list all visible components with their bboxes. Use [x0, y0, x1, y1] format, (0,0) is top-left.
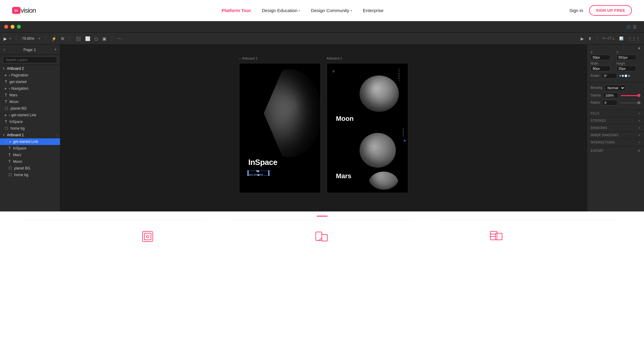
home-bg-layer-ab2[interactable]: ☐ home bg	[0, 125, 60, 132]
rp-strokes-header[interactable]: STROKES +	[587, 117, 644, 124]
feature-inspect	[466, 229, 527, 246]
moon-layer-ab2[interactable]: T Moon	[0, 98, 60, 105]
mars-layer-ab2[interactable]: T Mars	[0, 92, 60, 98]
zoom-level[interactable]: 79.85%	[22, 37, 34, 41]
artboard1-layer[interactable]: ▼ Artboard 1 ⌂	[0, 132, 60, 138]
rp-x-input[interactable]	[591, 55, 610, 60]
settings-gear-icon[interactable]: ⚙	[61, 36, 65, 41]
rp-height-input[interactable]	[617, 66, 636, 71]
home-bg-img-icon-ab1: ☐	[8, 173, 12, 177]
rp-rotate-input[interactable]	[602, 73, 617, 79]
planet-bg-layer-ab2[interactable]: ☐ planet BG	[0, 105, 60, 112]
minimize-window-button[interactable]	[11, 25, 14, 29]
grid-icon[interactable]: ⋮⋮⋮	[628, 36, 640, 41]
layers-panel-icon[interactable]: ⬡	[627, 24, 630, 29]
ab2-planet3-sphere	[369, 166, 399, 190]
moon-text-icon-ab1: T	[8, 159, 11, 164]
component-icon[interactable]: ⬜	[85, 36, 90, 41]
sidebar-add-icon[interactable]: +	[54, 47, 56, 52]
mars-layer-ab1[interactable]: T Mars	[0, 152, 60, 158]
inspace-layer-ab2[interactable]: T InSpace	[0, 118, 60, 125]
rp-shadows-header[interactable]: SHADOWS +	[587, 124, 644, 132]
bottom-dividers	[24, 220, 620, 220]
fullscreen-window-button[interactable]	[17, 25, 21, 29]
get-started-link-layer-ab1[interactable]: ▼ ▪ get-started Link	[0, 138, 60, 145]
moon-label-ab1: Moon	[13, 159, 22, 164]
upload-icon[interactable]: ⬆	[588, 36, 592, 41]
arrange-tool-icon[interactable]: ⬛	[76, 36, 81, 41]
rp-inner-shadows-add-icon[interactable]: +	[639, 134, 640, 137]
nav-design-community[interactable]: Design Community ▾	[311, 8, 352, 13]
rp-interactions-header[interactable]: INTERACTIONS +	[587, 139, 644, 146]
artboard1-frame[interactable]: InSpace GET STARTED ↖	[239, 63, 321, 193]
get-started-link-folder-icon-ab2: ▪	[9, 113, 10, 117]
close-window-button[interactable]	[4, 25, 8, 29]
rp-y-input[interactable]	[617, 55, 636, 60]
nav-enterprise[interactable]: Enterprise	[363, 8, 383, 13]
home-bg-layer-ab1[interactable]: ☐ home bg	[0, 172, 60, 178]
logo[interactable]: in vision	[12, 7, 36, 14]
chart-icon[interactable]: 📊	[619, 37, 623, 40]
rp-radius-input[interactable]	[602, 100, 617, 105]
pages-icon[interactable]: ☰	[633, 24, 637, 29]
rp-strokes-label: STROKES	[591, 119, 606, 122]
sign-up-button[interactable]: SIGN UP FREE	[589, 5, 632, 16]
artboard2-frame[interactable]: ≡ STARRT Moon Mars	[327, 63, 408, 193]
inspace-layer-ab1[interactable]: T InSpace	[0, 145, 60, 152]
artboard1-home-icon: ⌂	[56, 134, 58, 137]
rp-shadows-add-icon[interactable]: +	[639, 126, 640, 130]
get-started-selection[interactable]: GET STARTED	[248, 171, 269, 175]
get-started-text-layer[interactable]: T get started	[0, 79, 60, 85]
lightning-icon[interactable]: ⚡	[51, 36, 56, 41]
artboard1-label: Artboard 1	[7, 133, 24, 137]
rp-strokes-add-icon[interactable]: +	[639, 119, 640, 122]
align-tools[interactable]: ⊢⊣⊤⊥	[603, 37, 615, 40]
rp-y-label: Y	[617, 51, 641, 54]
svg-rect-6	[490, 231, 497, 240]
sign-in-link[interactable]: Sign in	[569, 8, 583, 13]
select-tool-icon[interactable]: ▶	[4, 36, 7, 41]
play-button[interactable]: ▶	[581, 36, 584, 41]
bottom-section	[0, 211, 644, 253]
zoom-chevron-icon[interactable]: ▾	[39, 37, 40, 40]
ab2-selection-corner	[404, 140, 405, 141]
canvas[interactable]: ⌂ Artboard 1 InSpace	[60, 45, 587, 211]
pagination-layer[interactable]: ▶ ▪ Pagination	[0, 72, 60, 79]
clip-icon[interactable]: ▣	[102, 36, 106, 41]
get-started-link-layer-ab2[interactable]: ▶ ▪ get-started Link	[0, 112, 60, 118]
rp-blending-select[interactable]: Normal Multiply Screen	[605, 85, 625, 91]
rp-opacity-slider[interactable]	[621, 95, 640, 96]
search-layers-input[interactable]	[3, 56, 57, 63]
mars-label-ab2: Mars	[9, 93, 18, 97]
nav-design-education[interactable]: Design Education ▾	[262, 8, 300, 13]
transform-origin-dot[interactable]	[638, 47, 640, 50]
sel-handle-tr	[268, 170, 270, 172]
toolbar-separator	[16, 36, 17, 42]
sidebar-back-button[interactable]: ‹	[4, 47, 5, 52]
nav-platform-tour[interactable]: Platform Tour	[222, 8, 251, 13]
rp-interactions-add-icon[interactable]: +	[639, 141, 640, 144]
planet-bg-layer-ab1[interactable]: ☐ planet BG	[0, 165, 60, 172]
get-started-link-expand-icon-ab2: ▶	[5, 114, 7, 117]
mask-icon[interactable]: ◻	[95, 36, 98, 41]
sel-handle-rm	[268, 172, 270, 174]
rp-fills-add-icon[interactable]: +	[639, 112, 640, 115]
rp-width-input[interactable]	[591, 66, 610, 71]
toolbar-separator-2	[46, 36, 46, 42]
rp-opacity-input[interactable]	[603, 93, 618, 98]
navigation-layer[interactable]: ▶ ▪ Navigation	[0, 85, 60, 92]
rp-radius-slider[interactable]	[620, 102, 640, 103]
feature-design	[117, 229, 178, 246]
moon-label-ab2: Moon	[9, 100, 18, 104]
planet-bg-label-ab2: planet BG	[11, 106, 27, 111]
ab2-moon-sphere	[360, 76, 399, 112]
rp-export-add-icon[interactable]: +	[638, 148, 640, 153]
moon-layer-ab1[interactable]: T Moon	[0, 158, 60, 165]
rp-inner-shadows-header[interactable]: INNER SHADOWS +	[587, 132, 644, 139]
sidebar-search-area	[0, 55, 60, 65]
select-tool-chevron-icon[interactable]: ▾	[9, 37, 11, 40]
sel-handle-tm	[258, 170, 259, 172]
more-tools-icon[interactable]: ⋯	[117, 36, 122, 41]
rp-fills-header[interactable]: FILLS +	[587, 110, 644, 117]
artboard2-layer[interactable]: ▼ Artboard 2	[0, 65, 60, 72]
